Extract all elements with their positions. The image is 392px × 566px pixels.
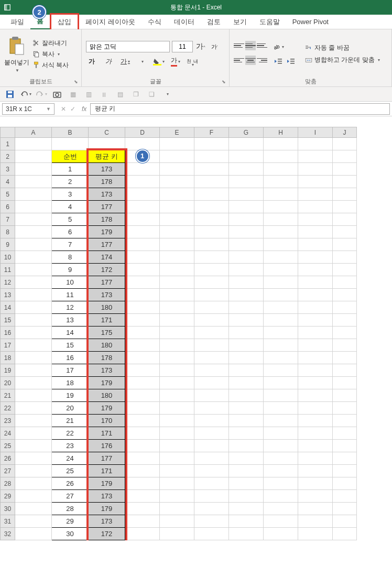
cell-C20[interactable]: 179 bbox=[89, 377, 125, 389]
cell-D21[interactable] bbox=[125, 389, 160, 402]
cell-D12[interactable] bbox=[125, 276, 160, 289]
cell-H10[interactable] bbox=[264, 251, 298, 264]
cell-H11[interactable] bbox=[264, 264, 298, 276]
save-button[interactable] bbox=[4, 89, 16, 100]
cell-F15[interactable] bbox=[194, 314, 229, 326]
col-header-D[interactable]: D bbox=[125, 127, 160, 138]
cell-J18[interactable] bbox=[333, 352, 357, 364]
cell-J22[interactable] bbox=[333, 402, 357, 415]
cell-I19[interactable] bbox=[298, 364, 333, 377]
cell-C24[interactable]: 171 bbox=[89, 427, 125, 440]
cell-D20[interactable] bbox=[125, 377, 160, 389]
cell-E29[interactable] bbox=[160, 490, 194, 503]
cell-J12[interactable] bbox=[333, 276, 357, 289]
cell-H30[interactable] bbox=[264, 503, 298, 515]
font-launcher[interactable]: ⬊ bbox=[222, 79, 228, 85]
cell-E14[interactable] bbox=[160, 301, 194, 314]
row-header-15[interactable]: 15 bbox=[1, 314, 15, 326]
row-header-16[interactable]: 16 bbox=[1, 326, 15, 339]
tab-보기[interactable]: 보기 bbox=[227, 15, 253, 29]
border-button[interactable]: ▾ bbox=[136, 56, 148, 67]
cell-H22[interactable] bbox=[264, 402, 298, 415]
cell-J2[interactable] bbox=[333, 150, 357, 163]
cell-G13[interactable] bbox=[229, 289, 264, 301]
increase-font-button[interactable]: 가^ bbox=[195, 41, 206, 52]
cell-I26[interactable] bbox=[298, 452, 333, 465]
clipboard-launcher[interactable]: ⬊ bbox=[74, 79, 80, 85]
cell-C22[interactable]: 179 bbox=[89, 402, 125, 415]
qat-icon-2[interactable]: ▥ bbox=[83, 89, 94, 100]
cell-A31[interactable] bbox=[15, 515, 52, 528]
cell-F10[interactable] bbox=[194, 251, 229, 264]
cell-C32[interactable]: 172 bbox=[89, 528, 125, 540]
cell-C1[interactable] bbox=[89, 138, 125, 150]
cell-D24[interactable] bbox=[125, 427, 160, 440]
cell-B4[interactable]: 2 bbox=[52, 176, 89, 188]
cell-E30[interactable] bbox=[160, 503, 194, 515]
cell-E32[interactable] bbox=[160, 528, 194, 540]
camera-button[interactable] bbox=[51, 89, 63, 100]
cell-B3[interactable]: 1 bbox=[52, 163, 89, 176]
cell-C3[interactable]: 173 bbox=[89, 163, 125, 176]
cell-F11[interactable] bbox=[194, 264, 229, 276]
row-header-12[interactable]: 12 bbox=[1, 276, 15, 289]
cell-G21[interactable] bbox=[229, 389, 264, 402]
cell-F28[interactable] bbox=[194, 477, 229, 490]
cell-A2[interactable] bbox=[15, 150, 52, 163]
paste-button[interactable]: 붙여넣기 ▼ bbox=[4, 35, 29, 73]
cell-I7[interactable] bbox=[298, 213, 333, 226]
cell-H19[interactable] bbox=[264, 364, 298, 377]
cell-D26[interactable] bbox=[125, 452, 160, 465]
cell-A8[interactable] bbox=[15, 226, 52, 238]
cell-D22[interactable] bbox=[125, 402, 160, 415]
cell-D14[interactable] bbox=[125, 301, 160, 314]
col-header-F[interactable]: F bbox=[194, 127, 229, 138]
cell-H25[interactable] bbox=[264, 440, 298, 452]
cell-I15[interactable] bbox=[298, 314, 333, 326]
cell-E10[interactable] bbox=[160, 251, 194, 264]
cell-B26[interactable]: 24 bbox=[52, 452, 89, 465]
cell-J6[interactable] bbox=[333, 201, 357, 213]
align-top-button[interactable] bbox=[234, 41, 244, 50]
cell-A15[interactable] bbox=[15, 314, 52, 326]
row-header-4[interactable]: 4 bbox=[1, 176, 15, 188]
cell-F16[interactable] bbox=[194, 326, 229, 339]
cell-C11[interactable]: 172 bbox=[89, 264, 125, 276]
cell-I32[interactable] bbox=[298, 528, 333, 540]
cell-D6[interactable] bbox=[125, 201, 160, 213]
qat-icon-1[interactable]: ▦ bbox=[67, 89, 79, 100]
cell-C2[interactable]: 평균 키 bbox=[89, 150, 125, 163]
cell-H15[interactable] bbox=[264, 314, 298, 326]
cell-A29[interactable] bbox=[15, 490, 52, 503]
cell-A4[interactable] bbox=[15, 176, 52, 188]
col-header-B[interactable]: B bbox=[52, 127, 89, 138]
cell-I13[interactable] bbox=[298, 289, 333, 301]
cell-J8[interactable] bbox=[333, 226, 357, 238]
undo-button[interactable]: ▾ bbox=[20, 89, 31, 100]
row-header-8[interactable]: 8 bbox=[1, 226, 15, 238]
cell-D11[interactable] bbox=[125, 264, 160, 276]
cell-H8[interactable] bbox=[264, 226, 298, 238]
cell-J29[interactable] bbox=[333, 490, 357, 503]
qat-icon-4[interactable]: ▤ bbox=[114, 89, 126, 100]
cell-F23[interactable] bbox=[194, 415, 229, 427]
decrease-indent-button[interactable] bbox=[273, 56, 284, 67]
cell-C12[interactable]: 177 bbox=[89, 276, 125, 289]
merge-center-button[interactable]: 병합하고 가운데 맞춤 ▾ bbox=[305, 56, 380, 64]
fill-color-button[interactable]: ▾ bbox=[153, 56, 165, 67]
cell-A20[interactable] bbox=[15, 377, 52, 389]
cell-F14[interactable] bbox=[194, 301, 229, 314]
underline-button[interactable]: 가▾ bbox=[119, 56, 131, 67]
cell-H12[interactable] bbox=[264, 276, 298, 289]
cell-G10[interactable] bbox=[229, 251, 264, 264]
cell-I8[interactable] bbox=[298, 226, 333, 238]
select-all-corner[interactable] bbox=[1, 127, 15, 138]
cell-F27[interactable] bbox=[194, 465, 229, 477]
cell-C16[interactable]: 175 bbox=[89, 326, 125, 339]
row-header-29[interactable]: 29 bbox=[1, 490, 15, 503]
cell-A16[interactable] bbox=[15, 326, 52, 339]
cell-J31[interactable] bbox=[333, 515, 357, 528]
cell-J10[interactable] bbox=[333, 251, 357, 264]
cell-G30[interactable] bbox=[229, 503, 264, 515]
row-header-25[interactable]: 25 bbox=[1, 440, 15, 452]
